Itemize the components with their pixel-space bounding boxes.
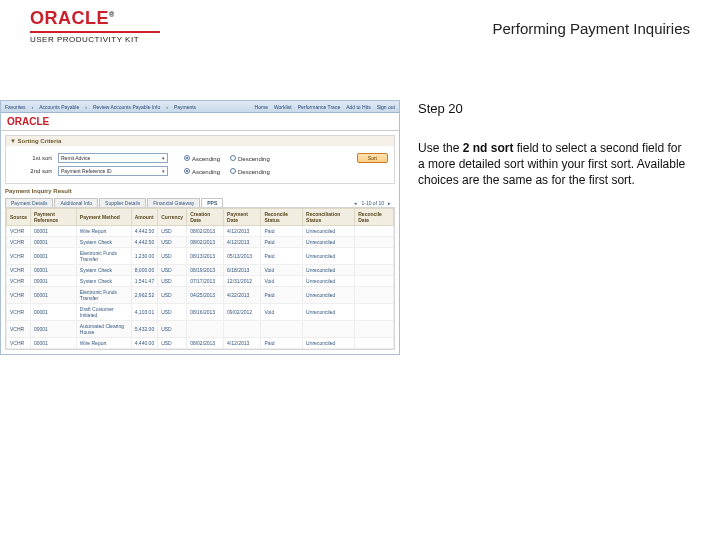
table-cell: USD xyxy=(158,287,187,304)
nav-link[interactable]: Add to Hits xyxy=(346,104,370,110)
col-payment-method[interactable]: Payment Method xyxy=(76,209,131,226)
bc-item[interactable]: Favorites xyxy=(5,104,26,110)
bc-sep: › xyxy=(32,104,34,110)
table-cell: 05/13/2013 xyxy=(224,248,261,265)
table-cell: 00001 xyxy=(30,237,76,248)
table-cell: 00001 xyxy=(30,248,76,265)
table-cell: Paid xyxy=(261,226,303,237)
app-brand-oracle: ORACLE xyxy=(7,116,49,127)
table-cell: 00001 xyxy=(30,304,76,321)
table-cell: 2,962.52 xyxy=(131,287,157,304)
chevron-left-icon[interactable]: ◂ xyxy=(354,200,357,206)
table-row[interactable]: VCHR00001Electronic Funds Transfer2,962.… xyxy=(7,287,394,304)
bc-item[interactable]: Payments xyxy=(174,104,196,110)
bc-item[interactable]: Review Accounts Payable Info xyxy=(93,104,160,110)
col-recon-date[interactable]: Reconcile Date xyxy=(355,209,394,226)
table-cell: VCHR xyxy=(7,237,31,248)
first-sort-select[interactable]: Remit Advice ▾ xyxy=(58,153,168,163)
tab-pps[interactable]: PPS xyxy=(201,198,223,207)
table-cell: Paid xyxy=(261,237,303,248)
sorting-criteria-section: ▼ Sorting Criteria 1st sort Remit Advice… xyxy=(5,135,395,184)
page-title: Performing Payment Inquiries xyxy=(492,8,690,37)
table-cell: 8,000.00 xyxy=(131,265,157,276)
chevron-down-icon: ▾ xyxy=(162,155,165,161)
instr-bold: 2 nd sort xyxy=(463,141,514,155)
col-recon-status[interactable]: Reconciliation Status xyxy=(303,209,355,226)
radio-ascending-1[interactable] xyxy=(184,155,190,161)
table-cell: 08/13/2013 xyxy=(187,248,224,265)
table-cell: 4/12/2013 xyxy=(224,338,261,349)
chevron-right-icon[interactable]: ▸ xyxy=(388,200,391,206)
table-cell: 00001 xyxy=(30,265,76,276)
step-label: Step 20 xyxy=(418,100,690,118)
radio-asc-label: Ascending xyxy=(192,169,220,175)
table-cell: USD xyxy=(158,248,187,265)
sorting-header: Sorting Criteria xyxy=(18,138,62,144)
instr-pre: Use the xyxy=(418,141,463,155)
col-currency[interactable]: Currency xyxy=(158,209,187,226)
sort-button[interactable]: Sort xyxy=(357,153,388,163)
second-sort-label: 2nd sort xyxy=(12,168,52,174)
col-source[interactable]: Source xyxy=(7,209,31,226)
pager-text: 1-10 of 10 xyxy=(361,200,384,206)
radio-ascending-2[interactable] xyxy=(184,168,190,174)
radio-desc-label: Descending xyxy=(238,169,270,175)
table-row[interactable]: VCHR00001Electronic Funds Transfer1,230.… xyxy=(7,248,394,265)
table-cell: System Check xyxy=(76,237,131,248)
nav-link[interactable]: Performance Trace xyxy=(298,104,341,110)
table-row[interactable]: VCHR00001Wire Report4,442.50USD08/02/201… xyxy=(7,226,394,237)
table-cell: Unreconciled xyxy=(303,276,355,287)
table-cell: 07/17/2013 xyxy=(187,276,224,287)
table-cell: Unreconciled xyxy=(303,248,355,265)
tab-payment-details[interactable]: Payment Details xyxy=(5,198,53,207)
table-cell xyxy=(224,321,261,338)
col-reconcile-status[interactable]: Reconcile Status xyxy=(261,209,303,226)
second-sort-value: Payment Reference ID xyxy=(61,168,112,174)
second-sort-select[interactable]: Payment Reference ID ▾ xyxy=(58,166,168,176)
radio-descending-1[interactable] xyxy=(230,155,236,161)
brand-oracle-text: ORACLE xyxy=(30,8,109,28)
radio-descending-2[interactable] xyxy=(230,168,236,174)
col-amount[interactable]: Amount xyxy=(131,209,157,226)
table-cell: Void xyxy=(261,265,303,276)
tab-additional-info[interactable]: Additional Info xyxy=(54,198,98,207)
table-cell: 00001 xyxy=(30,276,76,287)
col-payment-date[interactable]: Payment Date xyxy=(224,209,261,226)
table-cell: 1,541.47 xyxy=(131,276,157,287)
table-header-row: Source Payment Reference Payment Method … xyxy=(7,209,394,226)
table-cell: 4,440.00 xyxy=(131,338,157,349)
radio-desc-label: Descending xyxy=(238,156,270,162)
table-cell: Unreconciled xyxy=(303,237,355,248)
col-creation-date[interactable]: Creation Date xyxy=(187,209,224,226)
table-row[interactable]: VCHR00001System Check8,000.00USD08/19/20… xyxy=(7,265,394,276)
brand-block: ORACLE® USER PRODUCTIVITY KIT xyxy=(30,8,160,44)
result-tabs: Payment Details Additional Info Supplier… xyxy=(5,198,395,207)
nav-link[interactable]: Home xyxy=(255,104,268,110)
table-cell: Automated Clearing House xyxy=(76,321,131,338)
table-row[interactable]: VCHR00001Wire Report4,440.00USD08/02/201… xyxy=(7,338,394,349)
table-cell: Paid xyxy=(261,248,303,265)
table-row[interactable]: VCHR00001System Check4,442.50USD08/02/20… xyxy=(7,237,394,248)
nav-link[interactable]: Sign out xyxy=(377,104,395,110)
table-cell: Wire Report xyxy=(76,226,131,237)
table-cell: Unreconciled xyxy=(303,265,355,276)
tab-supplier-details[interactable]: Supplier Details xyxy=(99,198,146,207)
table-cell xyxy=(355,287,394,304)
table-row[interactable]: VCHR00001Automated Clearing House5,432.0… xyxy=(7,321,394,338)
table-cell xyxy=(355,304,394,321)
bc-item[interactable]: Accounts Payable xyxy=(39,104,79,110)
nav-link[interactable]: Worklist xyxy=(274,104,292,110)
table-cell: 08/16/2013 xyxy=(187,304,224,321)
table-cell: 4/12/2013 xyxy=(224,237,261,248)
table-row[interactable]: VCHR00001System Check1,541.47USD07/17/20… xyxy=(7,276,394,287)
table-row[interactable]: VCHR00001Draft Customer Initiated4,103.0… xyxy=(7,304,394,321)
tab-financial-gateway[interactable]: Financial Gateway xyxy=(147,198,200,207)
chevron-down-icon: ▾ xyxy=(162,168,165,174)
brand-rule xyxy=(30,31,160,33)
result-table-wrap: Source Payment Reference Payment Method … xyxy=(5,207,395,350)
table-cell: Unreconciled xyxy=(303,338,355,349)
table-cell: Unreconciled xyxy=(303,226,355,237)
bc-sep: › xyxy=(166,104,168,110)
pager[interactable]: ◂1-10 of 10▸ xyxy=(350,198,395,207)
col-payment-ref[interactable]: Payment Reference xyxy=(30,209,76,226)
